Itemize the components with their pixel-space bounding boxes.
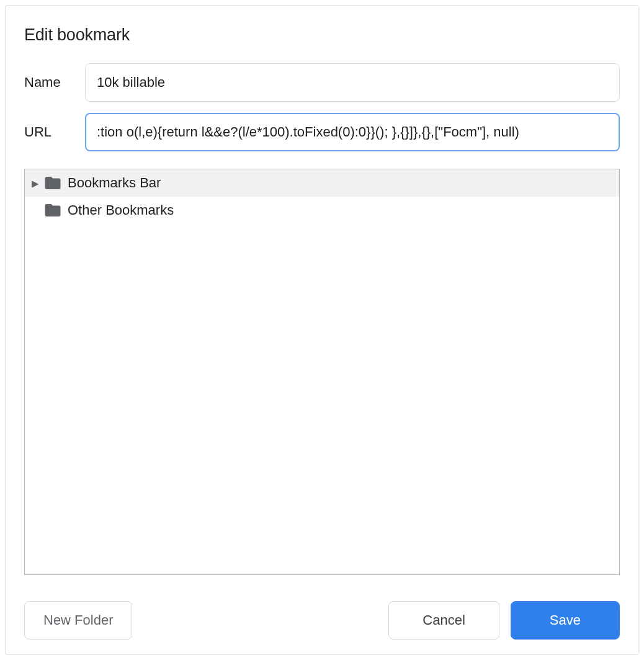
name-row: Name	[24, 63, 620, 102]
tree-item-label: Bookmarks Bar	[68, 176, 161, 190]
tree-item-label: Other Bookmarks	[68, 203, 174, 217]
folder-icon	[43, 201, 62, 220]
cancel-button[interactable]: Cancel	[388, 601, 499, 640]
dialog-title: Edit bookmark	[24, 25, 620, 45]
name-label: Name	[24, 74, 85, 91]
edit-bookmark-dialog: Edit bookmark Name URL ▶ Bookmarks Bar ▶…	[5, 5, 639, 655]
name-input[interactable]	[85, 63, 620, 102]
url-row: URL	[24, 113, 620, 151]
tree-row-other-bookmarks[interactable]: ▶ Other Bookmarks	[25, 197, 619, 224]
disclosure-triangle-icon[interactable]: ▶	[30, 179, 41, 188]
save-button[interactable]: Save	[511, 601, 620, 640]
dialog-buttons: New Folder Cancel Save	[24, 601, 620, 640]
url-label: URL	[24, 124, 85, 140]
tree-row-bookmarks-bar[interactable]: ▶ Bookmarks Bar	[25, 169, 619, 197]
folder-tree[interactable]: ▶ Bookmarks Bar ▶ Other Bookmarks	[24, 169, 620, 575]
folder-icon	[43, 174, 62, 192]
new-folder-button[interactable]: New Folder	[24, 601, 132, 640]
url-input[interactable]	[85, 113, 620, 151]
